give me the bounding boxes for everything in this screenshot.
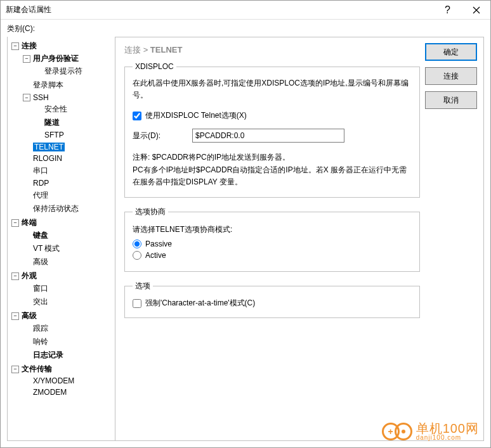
negotiation-group: 选项协商 请选择TELNET选项协商模式: Passive Active	[124, 207, 420, 272]
active-radio[interactable]	[133, 251, 141, 260]
negotiation-prompt: 请选择TELNET选项协商模式:	[133, 224, 412, 236]
window-title: 新建会话属性	[6, 4, 433, 15]
force-char-label[interactable]: 强制'Character-at-a-time'模式(C)	[145, 298, 255, 309]
tree-connection[interactable]: 连接	[22, 41, 37, 51]
tree-keyboard[interactable]: 键盘	[33, 230, 48, 241]
xdisploc-group: XDISPLOC 在此机器中使用X服务器时,可指定使用XDISPLOC选项的IP…	[124, 62, 420, 198]
expander-icon[interactable]: −	[11, 272, 19, 280]
expander-icon[interactable]: −	[11, 219, 19, 227]
watermark-url: danji100.com	[416, 435, 479, 441]
options-legend: 选项	[133, 281, 153, 291]
breadcrumb: 连接 > TELNET	[124, 42, 420, 62]
xdisploc-legend: XDISPLOC	[133, 62, 176, 71]
options-group: 选项 强制'Character-at-a-time'模式(C)	[124, 281, 420, 318]
tree-security[interactable]: 安全性	[44, 104, 67, 115]
tree-ssh[interactable]: SSH	[33, 93, 49, 102]
xdisploc-desc: 在此机器中使用X服务器时,可指定使用XDISPLOC选项的IP地址,显示编号和屏…	[133, 77, 412, 101]
expander-icon[interactable]: −	[11, 42, 19, 50]
expander-icon[interactable]: −	[11, 366, 19, 373]
tree-telnet[interactable]: TELNET	[33, 143, 65, 151]
ok-button[interactable]: 确定	[425, 43, 477, 61]
tree-advanced[interactable]: 高级	[22, 310, 37, 321]
tree-xymodem[interactable]: X/YMODEM	[33, 376, 74, 385]
connect-button[interactable]: 连接	[425, 67, 477, 85]
titlebar: 新建会话属性 ?	[1, 1, 490, 20]
close-button[interactable]	[462, 1, 490, 19]
tree-trace[interactable]: 跟踪	[33, 323, 48, 334]
negotiation-legend: 选项协商	[133, 207, 168, 217]
tree-logging[interactable]: 日志记录	[33, 350, 63, 361]
tree-proxy[interactable]: 代理	[33, 190, 48, 201]
help-button[interactable]: ?	[433, 1, 462, 19]
cancel-button[interactable]: 取消	[425, 91, 477, 109]
tree-vtmode[interactable]: VT 模式	[33, 243, 60, 254]
xdisploc-checkbox[interactable]	[133, 112, 141, 120]
tree-login-prompt[interactable]: 登录提示符	[44, 66, 82, 77]
passive-label[interactable]: Passive	[145, 240, 172, 248]
tree-highlight[interactable]: 突出	[33, 297, 48, 307]
expander-icon[interactable]: −	[23, 94, 30, 101]
expander-icon[interactable]: −	[23, 55, 30, 63]
tree-window[interactable]: 窗口	[33, 283, 48, 294]
category-tree[interactable]: −连接 −用户身份验证 登录提示符 登录脚本 −SSH 安全性 隧道 SFTP	[8, 37, 115, 440]
passive-radio[interactable]	[133, 240, 141, 248]
xdisploc-note1: 注释: $PCADDR将PC的IP地址发送到服务器。	[133, 151, 412, 163]
watermark-text: 单机100网	[416, 422, 479, 435]
tree-zmodem[interactable]: ZMODEM	[33, 388, 67, 397]
tree-tunnel[interactable]: 隧道	[44, 117, 60, 128]
category-label: 类别(C):	[7, 23, 484, 34]
watermark: + 单机100网 danji100.com	[382, 422, 479, 441]
tree-terminal[interactable]: 终端	[22, 217, 37, 228]
tree-rlogin[interactable]: RLOGIN	[33, 154, 62, 163]
watermark-icon: +	[382, 423, 400, 440]
expander-icon[interactable]: −	[11, 312, 19, 320]
display-label: 显示(D):	[133, 131, 188, 141]
tree-advanced-t[interactable]: 高级	[33, 257, 48, 267]
close-icon	[473, 6, 480, 14]
active-label[interactable]: Active	[145, 251, 166, 260]
tree-sftp[interactable]: SFTP	[44, 131, 64, 139]
tree-auth[interactable]: 用户身份验证	[33, 53, 79, 64]
tree-serial[interactable]: 串口	[33, 165, 48, 176]
tree-login-script[interactable]: 登录脚本	[33, 80, 63, 91]
xdisploc-note2: PC有多个IP地址时$PCADDR自动指定合适的IP地址。若X 服务器正在运行中…	[133, 164, 412, 188]
tree-appearance[interactable]: 外观	[22, 271, 37, 281]
tree-keepalive[interactable]: 保持活动状态	[33, 203, 79, 214]
tree-bell[interactable]: 响铃	[33, 336, 48, 347]
force-char-checkbox[interactable]	[133, 299, 141, 308]
display-input[interactable]	[192, 129, 344, 143]
tree-filetransfer[interactable]: 文件传输	[22, 364, 52, 374]
xdisploc-checkbox-label[interactable]: 使用XDISPLOC Telnet选项(X)	[145, 110, 247, 121]
tree-rdp[interactable]: RDP	[33, 179, 49, 188]
